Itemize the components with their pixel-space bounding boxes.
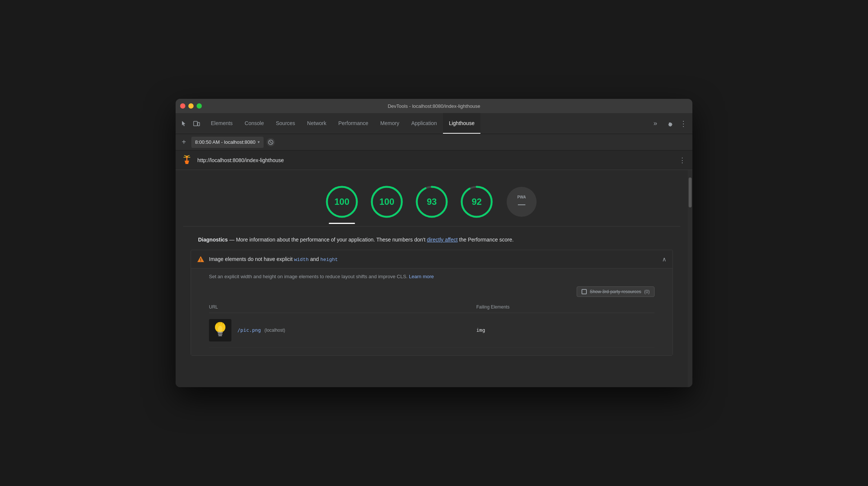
traffic-lights — [180, 103, 202, 109]
audit-table: URL Failing Elements — [209, 301, 655, 348]
svg-rect-6 — [185, 163, 188, 164]
content-area: 100 100 — [176, 170, 688, 387]
minimize-button[interactable] — [188, 103, 194, 109]
diagnostics-description: — More information about the performance… — [229, 237, 425, 243]
tab-console[interactable]: Console — [239, 113, 270, 134]
window-main: 100 100 — [176, 170, 692, 387]
audit-item-image-dimensions: ! Image elements do not have explicit wi… — [191, 250, 673, 356]
show-3rd-party-label: Show 3rd-party resources — [590, 289, 641, 294]
settings-icon[interactable] — [665, 118, 675, 129]
url-value-container: /pic.png (localhost) — [237, 327, 285, 333]
scrollbar-thumb[interactable] — [689, 177, 692, 207]
tabs-list: Elements Console Sources Network Perform… — [205, 113, 650, 134]
nav-bar: + 8:00:50 AM - localhost:8080 ▾ — [176, 134, 692, 151]
col-failing-header: Failing Elements — [476, 301, 655, 313]
score-pwa-badge: PWA — [518, 195, 526, 199]
scores-row: 100 100 — [176, 170, 688, 226]
image-thumbnail — [209, 319, 231, 341]
devtools-toolbar-icons — [176, 118, 205, 129]
title-bar: DevTools - localhost:8080/index-lighthou… — [176, 99, 692, 113]
url-link[interactable]: /pic.png — [237, 327, 261, 333]
directly-affect-link[interactable]: directly affect — [427, 237, 458, 243]
lighthouse-url-header: http://localhost:8080/index-lighthouse ⋮ — [176, 151, 692, 170]
address-text: 8:00:50 AM - localhost:8080 — [195, 139, 255, 145]
devtools-window: DevTools - localhost:8080/index-lighthou… — [176, 99, 692, 387]
address-dropdown-icon: ▾ — [258, 140, 260, 145]
score-accessibility[interactable]: 100 — [370, 185, 404, 219]
lighthouse-logo — [181, 154, 193, 166]
tab-elements[interactable]: Elements — [205, 113, 239, 134]
more-options-icon[interactable]: ⋮ — [678, 118, 689, 129]
diagnostics-description-end: the Performance score. — [459, 237, 514, 243]
tab-network[interactable]: Network — [301, 113, 332, 134]
score-seo[interactable]: 92 — [460, 185, 494, 219]
show-3rd-party-checkbox[interactable] — [582, 289, 587, 294]
stop-button[interactable] — [267, 138, 275, 146]
show-3rd-party-container: Show 3rd-party resources (0) — [209, 286, 655, 297]
inspect-icon[interactable] — [179, 118, 189, 129]
failing-element-cell: img — [476, 313, 655, 347]
svg-rect-0 — [194, 121, 197, 126]
audit-code-height: height — [320, 257, 338, 262]
close-button[interactable] — [180, 103, 185, 109]
score-accessibility-value: 100 — [379, 197, 394, 207]
score-pwa[interactable]: PWA — — [505, 185, 538, 219]
svg-point-28 — [218, 326, 222, 332]
score-pwa-value: — — [518, 200, 526, 209]
audit-code-width: width — [294, 257, 309, 262]
failing-element: img — [476, 327, 485, 333]
svg-text:!: ! — [200, 258, 201, 262]
score-best-practices-value: 93 — [427, 197, 437, 207]
show-3rd-party-count: (0) — [644, 289, 650, 294]
audit-item-header[interactable]: ! Image elements do not have explicit wi… — [191, 250, 673, 268]
address-bar[interactable]: 8:00:50 AM - localhost:8080 ▾ — [191, 137, 264, 148]
lighthouse-url: http://localhost:8080/index-lighthouse — [197, 157, 677, 163]
show-3rd-party-button[interactable]: Show 3rd-party resources (0) — [577, 286, 655, 297]
warning-icon: ! — [197, 255, 204, 263]
device-toggle-icon[interactable] — [191, 118, 202, 129]
tab-performance[interactable]: Performance — [332, 113, 374, 134]
tab-application[interactable]: Application — [405, 113, 443, 134]
url-cell: /pic.png (localhost) — [209, 313, 476, 347]
learn-more-link[interactable]: Learn more — [409, 274, 434, 279]
maximize-button[interactable] — [197, 103, 202, 109]
score-performance-value: 100 — [334, 197, 349, 207]
tabs-actions: ⋮ — [661, 118, 692, 129]
svg-rect-27 — [218, 335, 222, 336]
svg-line-3 — [270, 141, 272, 143]
tab-lighthouse[interactable]: Lighthouse — [443, 113, 481, 134]
audit-title: Image elements do not have explicit widt… — [209, 256, 662, 262]
audit-chevron-icon: ∧ — [662, 256, 667, 263]
table-row: /pic.png (localhost) img — [209, 313, 655, 347]
score-performance[interactable]: 100 — [325, 185, 359, 219]
scrollbar-track[interactable] — [688, 170, 692, 387]
devtools-tabs-bar: Elements Console Sources Network Perform… — [176, 113, 692, 134]
col-url-header: URL — [209, 301, 476, 313]
diagnostics-section-header: Diagnostics — More information about the… — [176, 227, 688, 250]
window-title: DevTools - localhost:8080/index-lighthou… — [388, 103, 480, 109]
svg-rect-26 — [218, 334, 222, 335]
diagnostics-title: Diagnostics — [198, 237, 228, 243]
url-origin: (localhost) — [264, 328, 285, 333]
tab-sources[interactable]: Sources — [270, 113, 301, 134]
tab-memory[interactable]: Memory — [374, 113, 406, 134]
lighthouse-menu-icon[interactable]: ⋮ — [677, 155, 687, 166]
svg-rect-1 — [198, 122, 200, 126]
audit-description: Set an explicit width and height on imag… — [209, 273, 655, 280]
new-tab-button[interactable]: + — [179, 138, 188, 147]
tabs-overflow-button[interactable]: » — [650, 119, 661, 127]
lighthouse-content: 100 100 — [176, 170, 688, 387]
audit-body: Set an explicit width and height on imag… — [191, 268, 673, 355]
score-best-practices[interactable]: 93 — [415, 185, 449, 219]
score-seo-value: 92 — [472, 197, 482, 207]
